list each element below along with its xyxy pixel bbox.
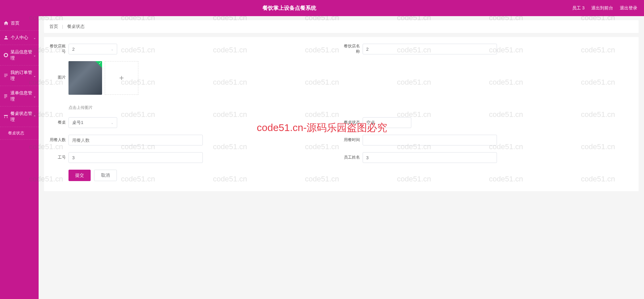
chevron-down-icon: ⌄	[33, 74, 36, 78]
home-icon	[3, 20, 9, 26]
shop-account-label: 餐饮店账号	[47, 44, 66, 54]
order-icon	[3, 73, 8, 78]
emp-name-input[interactable]	[363, 152, 497, 163]
shop-name-input[interactable]	[363, 44, 497, 54]
header-back-front[interactable]: 退出到前台	[591, 5, 613, 11]
status-label: 餐桌状态	[341, 120, 360, 125]
check-icon	[95, 61, 102, 68]
chevron-down-icon: ⌄	[33, 94, 36, 98]
sidebar-item-home[interactable]: 首页	[0, 16, 39, 31]
refund-icon	[3, 93, 8, 99]
sidebar-item-order[interactable]: 我的订单管理 ⌄	[0, 66, 39, 86]
main-content: 首页 | 餐桌状态 餐饮店账号 2 ⌄ 餐饮店名称	[39, 16, 644, 299]
uploaded-image-thumb[interactable]	[68, 61, 102, 95]
image-label: 图片	[47, 61, 66, 80]
breadcrumb-home[interactable]: 首页	[49, 24, 58, 29]
breadcrumb-separator: |	[62, 24, 63, 29]
emp-no-label: 工号	[47, 155, 66, 160]
chevron-down-icon: ⌄	[33, 36, 36, 40]
sidebar-item-label: 首页	[11, 20, 19, 26]
submit-button[interactable]: 提交	[68, 170, 91, 181]
image-upload-hint: 点击上传图片	[68, 105, 138, 111]
sidebar-item-refund[interactable]: 退单信息管理 ⌄	[0, 86, 39, 106]
user-icon	[3, 35, 9, 40]
header-logout[interactable]: 退出登录	[620, 5, 637, 11]
sidebar-sub-table-state[interactable]: 餐桌状态	[0, 127, 39, 140]
sidebar-item-label: 餐桌状态管理	[10, 111, 35, 123]
dish-icon	[3, 52, 8, 58]
sidebar-item-table-state[interactable]: 餐桌状态管理 ⌃	[0, 106, 39, 127]
people-input[interactable]	[68, 135, 203, 145]
form-panel: 餐饮店账号 2 ⌄ 餐饮店名称 图片	[44, 37, 639, 191]
sidebar-item-label: 退单信息管理	[10, 90, 35, 102]
add-image-button[interactable]: +	[105, 61, 138, 95]
emp-name-label: 员工姓名	[341, 155, 360, 160]
sidebar-item-label: 个人中心	[11, 35, 28, 41]
chevron-up-icon: ⌃	[33, 115, 36, 119]
breadcrumb: 首页 | 餐桌状态	[44, 20, 639, 33]
emp-no-input[interactable]	[68, 152, 203, 163]
sidebar-item-dish[interactable]: 菜品信息管理 ⌄	[0, 45, 39, 66]
sidebar-item-label: 菜品信息管理	[10, 49, 35, 61]
plus-icon: +	[119, 73, 124, 83]
chevron-down-icon: ⌄	[33, 53, 36, 57]
chevron-down-icon: ⌄	[111, 121, 113, 125]
status-input[interactable]	[363, 117, 411, 128]
breadcrumb-current: 餐桌状态	[67, 24, 85, 29]
shop-name-label: 餐饮店名称	[341, 44, 360, 54]
chevron-down-icon: ⌄	[111, 47, 113, 51]
cancel-button[interactable]: 取消	[94, 170, 117, 181]
shop-account-select[interactable]: 2 ⌄	[68, 44, 117, 54]
sidebar: 首页 个人中心 ⌄ 菜品信息管理 ⌄ 我的订单管理 ⌄ 退单信息管理 ⌄ 餐桌状…	[0, 16, 39, 299]
app-header: 餐饮掌上设备点餐系统 员工 3 退出到前台 退出登录	[0, 0, 644, 16]
order-time-input[interactable]	[363, 135, 497, 145]
header-user[interactable]: 员工 3	[572, 5, 585, 11]
sidebar-item-label: 我的订单管理	[10, 70, 35, 82]
people-label: 用餐人数	[47, 137, 66, 143]
table-select[interactable]: 桌号1 ⌄	[68, 117, 117, 128]
sidebar-item-profile[interactable]: 个人中心 ⌄	[0, 31, 39, 45]
order-time-label: 用餐时间	[341, 137, 360, 143]
table-icon	[3, 114, 8, 119]
app-title: 餐饮掌上设备点餐系统	[7, 5, 572, 12]
shop-account-value: 2	[72, 47, 75, 52]
table-label: 餐桌	[47, 120, 66, 125]
table-value: 桌号1	[72, 120, 83, 126]
